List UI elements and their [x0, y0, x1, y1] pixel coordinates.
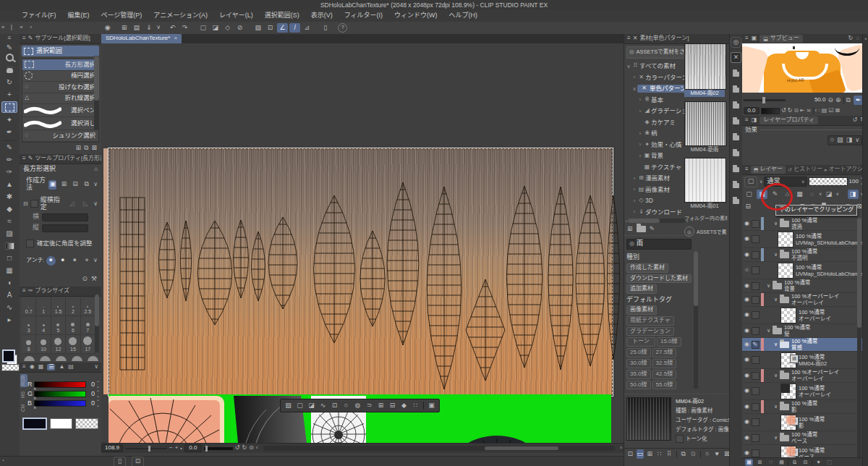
brush-size-cell[interactable]: 1: [36, 297, 51, 316]
lock-transparent-icon[interactable]: ▦: [795, 190, 804, 199]
color-tab-expand-icon[interactable]: ∨: [94, 364, 98, 370]
invert-selection-icon[interactable]: ◪: [210, 23, 221, 33]
delete-subtool-icon[interactable]: ⊠: [91, 145, 97, 152]
brush-tool[interactable]: ✑: [0, 166, 19, 178]
brush-size-cell[interactable]: 10: [36, 335, 51, 354]
clear-icon[interactable]: ⊘: [234, 23, 245, 33]
balloon-tool[interactable]: ◖: [0, 276, 19, 289]
material-folder-icon[interactable]: [731, 133, 741, 143]
layer-row-folder[interactable]: ◉∨100 %オーバーレイオーバーレイ: [742, 369, 862, 383]
dock-chevron[interactable]: ‹: [30, 25, 33, 31]
subtool-item-shrink[interactable]: ◌シュリンク選択: [22, 130, 98, 142]
tree-item[interactable]: ›⇓ダウンロード: [626, 207, 688, 219]
spread-page-icon[interactable]: ⊡: [132, 457, 144, 466]
launcher-tone-icon[interactable]: ∷: [411, 401, 420, 410]
snap-special-ruler-icon[interactable]: /: [289, 23, 300, 33]
eyedropper-tool[interactable]: ✒: [0, 126, 19, 138]
border-effect-icon[interactable]: ○: [830, 137, 834, 144]
aspect-collapse-icon[interactable]: ⊟: [23, 201, 28, 208]
layer-row[interactable]: ◉100 %通常UVMap_SDHoloLabChanTextureO: [742, 262, 862, 279]
lock-icon[interactable]: ⌂: [94, 166, 98, 173]
layer-row-folder[interactable]: ◉∨100 %通常背景: [742, 279, 862, 293]
view-small-grid-icon[interactable]: ∷: [656, 449, 664, 459]
material-folder-icon[interactable]: [731, 149, 741, 158]
subview-prev-icon[interactable]: ‹: [815, 108, 817, 114]
tree-item-selected[interactable]: ∨✕単色パターン: [626, 83, 688, 95]
enable-mask-icon[interactable]: ◌: [807, 190, 817, 199]
panel-menu-icon[interactable]: ≡: [745, 35, 749, 42]
material-thumb-label[interactable]: MM04-豪雨: [684, 146, 725, 153]
brush-size-cell[interactable]: 17: [81, 335, 95, 354]
visibility-eye-icon[interactable]: ◉: [742, 342, 752, 348]
tone-checkbox[interactable]: [676, 435, 684, 443]
layer-row-folder[interactable]: ◉∨100 %通常ベース: [742, 431, 862, 445]
brush-size-header[interactable]: ≡ ✑ ブラシサイズ: [20, 287, 101, 297]
subtool-item-rectangle[interactable]: 長方形選択: [22, 59, 98, 71]
subview-zoom-in-icon[interactable]: ⊕: [835, 97, 841, 104]
menu-edit[interactable]: 編集(E): [62, 12, 95, 20]
ruler-range-icon[interactable]: ◪: [824, 190, 833, 199]
brush-size-cell[interactable]: 1.5: [51, 297, 66, 316]
aspect-checkbox[interactable]: [30, 200, 38, 208]
prop-history-icon[interactable]: ↺: [853, 117, 858, 124]
tree-scroll-left-icon[interactable]: ‹: [626, 219, 627, 224]
aa-expand-icon[interactable]: ∨: [93, 258, 98, 264]
save-file-icon[interactable]: ⇓: [143, 23, 154, 33]
aa-mid-icon[interactable]: ●: [70, 256, 80, 266]
brush-size-cell[interactable]: 6: [66, 316, 80, 335]
subview-switch-icon[interactable]: ⧉: [846, 97, 851, 104]
subtool-item-selection-eraser[interactable]: 選択消し: [22, 117, 98, 130]
layer-checkbox[interactable]: [752, 296, 760, 304]
folder-icon[interactable]: [637, 226, 646, 232]
subtool-item-polyline[interactable]: △折れ線選択: [22, 93, 98, 105]
reset-tool-icon[interactable]: ⊙: [82, 276, 88, 283]
rotate-ccw-icon[interactable]: ↺: [235, 445, 240, 452]
visibility-eye-icon[interactable]: ◉: [742, 252, 752, 258]
panel-menu-icon[interactable]: ≡: [22, 156, 26, 162]
material-folder-icon[interactable]: [731, 165, 741, 174]
launcher-shrink-icon[interactable]: ⊡: [330, 401, 339, 410]
thumb-size-mid-icon[interactable]: ⊞: [756, 459, 764, 466]
tag-gradient[interactable]: グラデーション: [626, 327, 674, 336]
clip-studio-logo-icon[interactable]: ◉: [102, 23, 113, 33]
subtool-item-selection-pen[interactable]: 選択ペン: [22, 104, 98, 117]
brush-size-large[interactable]: [56, 356, 67, 361]
tree-item[interactable]: ▦テクスチャ: [626, 162, 688, 174]
scale-rotate-icon[interactable]: ⊡: [265, 23, 276, 33]
cmyk-tab[interactable]: CM: [20, 402, 27, 415]
launcher-settings-icon[interactable]: ▣: [427, 401, 436, 410]
page-manage-icon[interactable]: ▯: [320, 23, 331, 33]
bottom-collapse-up-icon[interactable]: ⌃: [1, 459, 5, 465]
menu-filter[interactable]: フィルター(I): [339, 12, 388, 20]
layer-row-folder[interactable]: ◉∨100 %通常影: [742, 400, 862, 414]
launcher-fill-icon[interactable]: ◆: [399, 401, 409, 410]
subview-delete-icon[interactable]: ⊠: [835, 108, 841, 114]
layer-row[interactable]: ◉100 %通常オーバーレイ: [742, 307, 862, 324]
tree-item[interactable]: ›◇3D: [626, 195, 688, 207]
layer-checkbox[interactable]: [752, 403, 760, 411]
launcher-paste-icon[interactable]: ⊟: [388, 401, 397, 410]
tree-item[interactable]: ◈カケアミ: [626, 117, 688, 129]
assets-link[interactable]: ◎ ASSETSで素: [684, 226, 728, 237]
subtool-group-tab[interactable]: 選択範囲: [22, 46, 99, 56]
layer-row-folder[interactable]: ◉∨100 %通常透過: [742, 217, 862, 231]
subtool-scrollbar[interactable]: [94, 56, 99, 130]
navigator-tab-icon[interactable]: ▣: [752, 35, 757, 42]
brush-size-cell[interactable]: 4: [36, 316, 51, 335]
brush-size-large[interactable]: [40, 356, 51, 361]
extra-options-icon[interactable]: ⬚: [825, 459, 833, 466]
pencil-tool[interactable]: ✏: [0, 153, 19, 166]
tag-lines[interactable]: 15.0線: [657, 337, 681, 347]
channel-b-stepper[interactable]: ⌃⌄: [96, 400, 100, 407]
aa-strong-icon[interactable]: ●: [82, 256, 92, 266]
reset-rotation-icon[interactable]: ⊙: [249, 445, 254, 452]
creation-subtract-icon[interactable]: ⊟: [72, 180, 80, 190]
snap-grid-icon[interactable]: ⊿: [302, 23, 312, 33]
subview-next-icon[interactable]: ›: [818, 108, 820, 114]
dock-collapse-icon2[interactable]: «: [20, 25, 22, 31]
two-pane-icon[interactable]: ⊟: [744, 203, 752, 212]
thumb-size-small-icon[interactable]: ▦: [745, 459, 753, 466]
rotate-cw-icon[interactable]: ↻: [242, 445, 247, 452]
paste-material-icon[interactable]: ⧉: [680, 449, 688, 459]
tag-created[interactable]: 作成した素材: [626, 263, 668, 273]
